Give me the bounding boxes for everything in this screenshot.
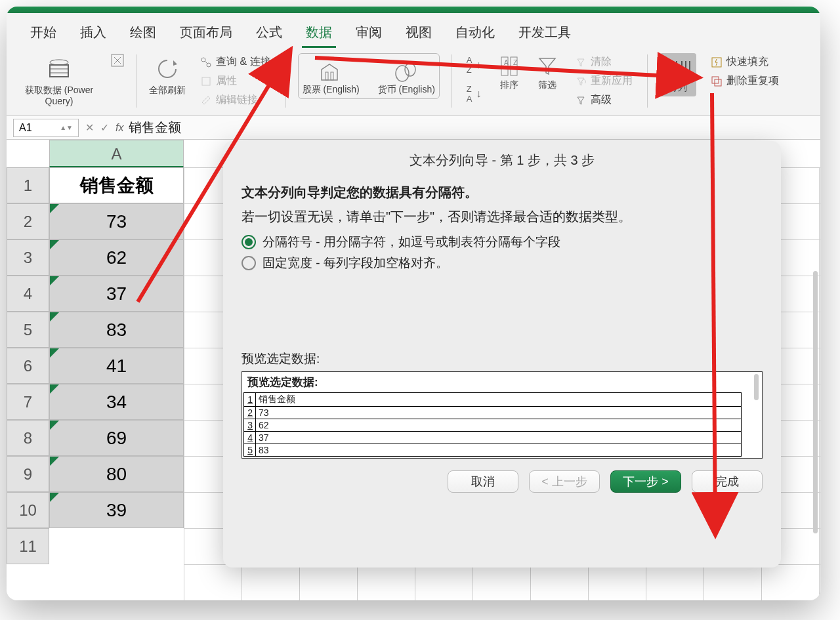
edit-links-button[interactable]: 编辑链接	[198, 91, 274, 109]
row-header-1[interactable]: 1	[7, 167, 49, 203]
cell-data[interactable]: 83	[49, 312, 184, 348]
row-header-2[interactable]: 2	[7, 203, 49, 239]
tab-developer[interactable]: 开发工具	[514, 18, 575, 48]
link-icon	[200, 56, 212, 68]
advanced-button[interactable]: 高级	[572, 91, 635, 109]
tab-formulas[interactable]: 公式	[252, 18, 286, 48]
refresh-all-label: 全部刷新	[149, 85, 186, 96]
clear-icon	[575, 56, 587, 68]
tab-view[interactable]: 视图	[402, 18, 436, 48]
svg-text:Z: Z	[513, 59, 517, 66]
tab-automate[interactable]: 自动化	[452, 18, 499, 48]
sort-za-button[interactable]: ZA↓	[464, 82, 484, 106]
svg-text:A: A	[504, 59, 509, 66]
preview-row: 1销售金额	[244, 393, 742, 407]
flash-fill-icon	[711, 56, 723, 68]
formula-input[interactable]: 销售金额	[129, 119, 181, 136]
text-to-columns-dialog: 文本分列向导 - 第 1 步，共 3 步 文本分列向导判定您的数据具有分隔符。 …	[223, 141, 781, 568]
row-header-11[interactable]: 11	[7, 528, 49, 564]
title-bar	[7, 7, 820, 13]
sort-icon: AZ	[496, 53, 522, 79]
dialog-title: 文本分列向导 - 第 1 步，共 3 步	[242, 152, 763, 169]
cancel-icon[interactable]: ✕	[85, 121, 94, 134]
preview-header: 预览选定数据:	[247, 375, 758, 390]
row-header-6[interactable]: 6	[7, 348, 49, 384]
radio-delimited[interactable]: 分隔符号 - 用分隔字符，如逗号或制表符分隔每个字段	[242, 234, 763, 251]
cell-data[interactable]: 34	[49, 384, 184, 420]
row-header-7[interactable]: 7	[7, 384, 49, 420]
refresh-icon	[152, 53, 183, 85]
remove-duplicates-button[interactable]: 删除重复项	[708, 72, 782, 90]
remove-duplicates-icon	[711, 75, 723, 87]
preview-scrollbar[interactable]	[754, 374, 759, 400]
col-header-A[interactable]: A	[49, 140, 184, 167]
row-header-8[interactable]: 8	[7, 420, 49, 456]
tab-insert[interactable]: 插入	[76, 18, 110, 48]
cell-data[interactable]: 69	[49, 420, 184, 456]
stocks-icon	[316, 59, 345, 84]
get-data-group[interactable]: 获取数据 (Power Query)	[20, 53, 98, 107]
tab-draw[interactable]: 绘图	[126, 18, 160, 48]
cell-data[interactable]: 37	[49, 276, 184, 312]
row-header-4[interactable]: 4	[7, 276, 49, 312]
formula-bar: A1 ▲▼ ✕ ✓ fx 销售金额	[7, 116, 820, 140]
stocks-button[interactable]: 股票 (English)	[303, 59, 360, 96]
radio-fixed-width-icon	[242, 256, 256, 270]
cancel-button[interactable]: 取消	[448, 470, 518, 493]
properties-button[interactable]: 属性	[198, 72, 274, 90]
fx-label: fx	[116, 122, 123, 134]
row-header-5[interactable]: 5	[7, 312, 49, 348]
preview-label: 预览选定数据:	[242, 350, 763, 367]
tab-review[interactable]: 审阅	[352, 18, 386, 48]
connections-icon[interactable]	[110, 53, 125, 68]
cell-data[interactable]: 73	[49, 203, 184, 239]
reapply-button[interactable]: 重新应用	[572, 72, 635, 90]
preview-row: 273	[244, 407, 742, 419]
sort-az-button[interactable]: AZ↓	[464, 53, 484, 77]
svg-point-14	[396, 66, 409, 81]
cell-data[interactable]: 80	[49, 456, 184, 492]
tab-home[interactable]: 开始	[26, 18, 60, 48]
advanced-icon	[575, 94, 587, 106]
preview-box: 预览选定数据: 1销售金额273362437583	[242, 371, 763, 459]
get-data-icon	[43, 53, 75, 85]
filter-button[interactable]: 筛选	[534, 53, 560, 91]
row-header-3[interactable]: 3	[7, 239, 49, 276]
properties-icon	[200, 75, 212, 87]
queries-connections-button[interactable]: 查询 & 连接	[198, 53, 274, 71]
svg-point-15	[405, 63, 415, 76]
clear-button[interactable]: 清除	[572, 53, 635, 71]
currencies-button[interactable]: 货币 (English)	[378, 59, 435, 96]
scrollbar-vertical[interactable]	[813, 271, 818, 533]
ribbon-content: 获取数据 (Power Query) 全部刷新 查询 & 连接 属性 编辑链接 …	[7, 48, 820, 116]
svg-rect-12	[326, 72, 328, 80]
finish-button[interactable]: 完成	[692, 470, 763, 493]
flash-fill-button[interactable]: 快速填充	[708, 53, 782, 71]
svg-line-10	[205, 61, 207, 64]
svg-rect-28	[715, 79, 721, 86]
sort-button[interactable]: AZ 排序	[496, 53, 522, 91]
text-to-columns-button[interactable]: 分列	[660, 53, 696, 96]
cell-data[interactable]: 39	[49, 492, 184, 528]
tab-page-layout[interactable]: 页面布局	[176, 18, 236, 48]
text-to-columns-icon	[663, 56, 692, 82]
radio-fixed-width[interactable]: 固定宽度 - 每列字段加空格对齐。	[242, 255, 763, 272]
cell-data[interactable]: 62	[49, 239, 184, 276]
svg-marker-7	[173, 60, 177, 66]
refresh-all-group[interactable]: 全部刷新	[149, 53, 186, 96]
reapply-icon	[575, 75, 587, 87]
name-box[interactable]: A1 ▲▼	[13, 119, 79, 137]
svg-rect-13	[331, 72, 333, 80]
tab-data[interactable]: 数据	[302, 18, 336, 48]
preview-row: 583	[244, 444, 742, 457]
cell-data[interactable]: 41	[49, 348, 184, 384]
row-header-10[interactable]: 10	[7, 492, 49, 528]
cell-A1-header[interactable]: 销售金额	[49, 167, 184, 203]
excel-window: 开始 插入 绘图 页面布局 公式 数据 审阅 视图 自动化 开发工具 获取数据 …	[7, 7, 820, 600]
edit-links-icon	[200, 94, 212, 106]
svg-rect-11	[202, 77, 210, 85]
row-header-9[interactable]: 9	[7, 456, 49, 492]
next-button[interactable]: 下一步 >	[610, 470, 681, 493]
enter-icon[interactable]: ✓	[100, 121, 109, 134]
back-button: < 上一步	[529, 470, 600, 493]
